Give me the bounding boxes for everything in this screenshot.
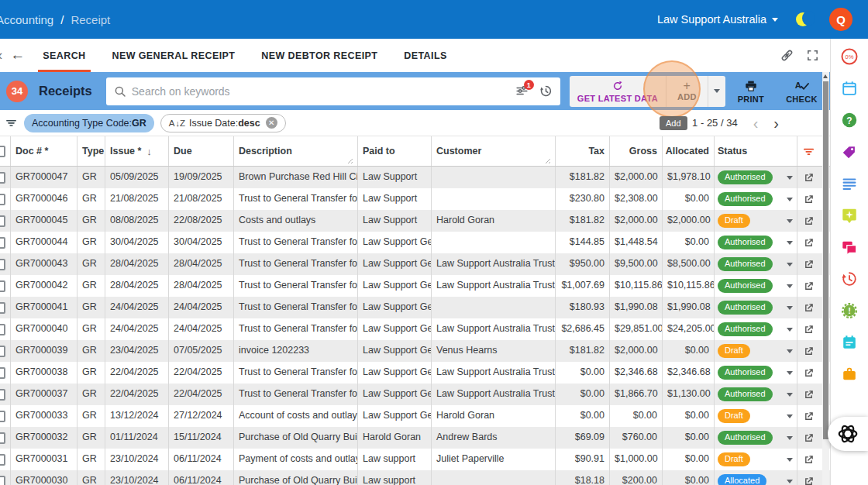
- tab-new-general-receipt[interactable]: NEW GENERAL RECEIPT: [99, 39, 249, 72]
- status-dropdown-icon[interactable]: [787, 219, 793, 223]
- table-row[interactable]: GR7000047 GR 05/09/2025 19/09/2025 Brown…: [0, 167, 830, 188]
- open-record-icon[interactable]: [803, 259, 815, 270]
- row-checkbox[interactable]: [0, 237, 5, 249]
- filter-chip-accounting-type[interactable]: Accounting Type Code:GR: [24, 114, 154, 132]
- add-dropdown-caret[interactable]: [708, 76, 725, 107]
- add-button[interactable]: + ADD: [666, 76, 708, 107]
- table-row[interactable]: GR7000032 GR 01/11/2024 15/11/2024 Purch…: [0, 427, 830, 449]
- open-record-icon[interactable]: [803, 367, 815, 379]
- open-record-icon[interactable]: [803, 454, 815, 466]
- open-record-icon[interactable]: [803, 237, 815, 249]
- col-tax[interactable]: Tax: [556, 136, 610, 166]
- user-avatar[interactable]: Q: [829, 8, 852, 31]
- print-button[interactable]: PRINT: [728, 79, 774, 104]
- app-hub-knot-icon[interactable]: [828, 417, 868, 451]
- status-pill[interactable]: Draft: [718, 409, 750, 424]
- prev-page-icon[interactable]: ‹: [753, 115, 759, 131]
- status-pill[interactable]: Draft: [718, 214, 750, 229]
- company-selector[interactable]: Law Support Australia: [657, 13, 778, 26]
- row-checkbox[interactable]: [0, 172, 5, 184]
- sort-chip-issue-date[interactable]: A↓Z Issue Date:desc ✕: [160, 114, 286, 132]
- col-gross[interactable]: Gross: [610, 136, 663, 166]
- open-record-icon[interactable]: [803, 215, 815, 227]
- search-history-icon[interactable]: [539, 84, 553, 98]
- status-dropdown-icon[interactable]: [787, 393, 793, 397]
- status-pill[interactable]: Authorised: [718, 431, 773, 445]
- dark-mode-toggle-moon-icon[interactable]: [795, 11, 812, 28]
- select-all-checkbox[interactable]: [0, 146, 5, 157]
- open-record-icon[interactable]: [803, 389, 815, 401]
- row-checkbox[interactable]: [0, 259, 5, 270]
- open-record-icon[interactable]: [803, 346, 815, 357]
- usage-progress-badge[interactable]: 0%: [840, 47, 859, 66]
- col-status[interactable]: Status: [715, 136, 797, 166]
- row-checkbox[interactable]: [0, 324, 5, 335]
- back-arrow-icon[interactable]: ←: [10, 46, 25, 64]
- open-record-icon[interactable]: [803, 172, 815, 184]
- row-checkbox[interactable]: [0, 454, 5, 466]
- filter-list-icon[interactable]: [5, 116, 18, 129]
- status-dropdown-icon[interactable]: [787, 263, 793, 267]
- col-doc[interactable]: Doc # *: [11, 136, 78, 166]
- col-allocated[interactable]: Allocated: [663, 136, 715, 166]
- tab-new-debtor-receipt[interactable]: NEW DEBTOR RECEIPT: [248, 39, 391, 72]
- col-due[interactable]: Due: [169, 136, 234, 166]
- row-checkbox[interactable]: [0, 280, 5, 292]
- history-icon[interactable]: [840, 270, 859, 288]
- status-pill[interactable]: Authorised: [718, 366, 773, 380]
- status-pill[interactable]: Draft: [718, 344, 750, 359]
- status-dropdown-icon[interactable]: [787, 198, 793, 201]
- table-row[interactable]: GR7000044 GR 30/04/2025 30/04/2025 Trust…: [0, 232, 830, 253]
- row-checkbox[interactable]: [0, 476, 5, 485]
- row-checkbox[interactable]: [0, 302, 5, 314]
- status-dropdown-icon[interactable]: [787, 371, 793, 375]
- status-pill[interactable]: Allocated: [718, 474, 766, 485]
- row-checkbox[interactable]: [0, 367, 5, 379]
- table-row[interactable]: GR7000042 GR 28/04/2025 28/04/2025 Trust…: [0, 275, 830, 297]
- table-row[interactable]: GR7000030 GR 23/10/2024 06/11/2024 Purch…: [0, 470, 830, 485]
- row-checkbox[interactable]: [0, 411, 5, 422]
- status-pill[interactable]: Authorised: [718, 257, 773, 272]
- col-description[interactable]: Description: [234, 136, 358, 166]
- status-dropdown-icon[interactable]: [787, 436, 793, 440]
- status-dropdown-icon[interactable]: [787, 414, 793, 418]
- vertical-scrollbar[interactable]: [822, 72, 829, 485]
- search-input[interactable]: [132, 85, 510, 98]
- breadcrumb-parent[interactable]: Accounting: [0, 13, 53, 26]
- next-page-icon[interactable]: ›: [773, 115, 779, 131]
- status-dropdown-icon[interactable]: [787, 480, 793, 483]
- status-pill[interactable]: Draft: [718, 452, 750, 467]
- table-row[interactable]: GR7000037 GR 22/04/2025 22/04/2025 Trust…: [0, 384, 830, 405]
- status-dropdown-icon[interactable]: [787, 306, 793, 310]
- open-record-icon[interactable]: [803, 476, 815, 485]
- open-record-icon[interactable]: [803, 324, 815, 335]
- status-pill[interactable]: Authorised: [718, 170, 773, 185]
- briefcase-icon[interactable]: [840, 365, 859, 384]
- scroll-up-icon[interactable]: [823, 74, 828, 78]
- remove-sort-icon[interactable]: ✕: [266, 117, 277, 129]
- calendar-icon[interactable]: [840, 79, 859, 98]
- certificate-badge-icon[interactable]: !: [840, 301, 859, 320]
- column-resize-handle[interactable]: [346, 157, 353, 163]
- open-record-icon[interactable]: [803, 280, 815, 292]
- row-checkbox[interactable]: [0, 346, 5, 357]
- collapse-chevron-icon[interactable]: ‹: [0, 46, 2, 64]
- table-row[interactable]: GR7000031 GR 23/10/2024 06/11/2024 Payme…: [0, 449, 830, 470]
- table-row[interactable]: GR7000041 GR 24/04/2025 24/04/2025 Trust…: [0, 297, 830, 318]
- status-dropdown-icon[interactable]: [787, 349, 793, 353]
- status-pill[interactable]: Authorised: [718, 301, 773, 315]
- column-filter-button[interactable]: [797, 136, 820, 166]
- copy-link-icon[interactable]: [780, 48, 794, 63]
- table-row[interactable]: GR7000039 GR 23/04/2025 07/05/2025 invoi…: [0, 340, 830, 362]
- scrollbar-thumb[interactable]: [823, 81, 828, 439]
- fullscreen-icon[interactable]: [806, 49, 819, 62]
- table-row[interactable]: GR7000033 GR 13/12/2024 27/12/2024 Accou…: [0, 405, 830, 427]
- col-paid-to[interactable]: Paid to: [358, 136, 432, 166]
- pin-star-icon[interactable]: [840, 206, 859, 225]
- open-record-icon[interactable]: [803, 411, 815, 422]
- col-issue[interactable]: Issue *↓: [105, 136, 169, 166]
- status-dropdown-icon[interactable]: [787, 458, 793, 462]
- check-button[interactable]: A CHECK: [777, 79, 827, 104]
- table-row[interactable]: GR7000045 GR 08/08/2025 22/08/2025 Costs…: [0, 210, 830, 232]
- status-dropdown-icon[interactable]: [787, 328, 793, 332]
